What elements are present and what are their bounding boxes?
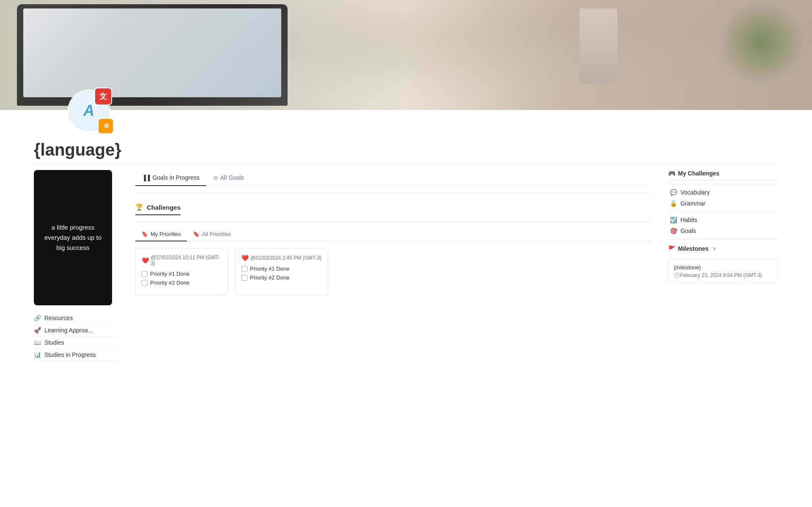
title-divider (34, 164, 778, 165)
tab-goals-in-progress-label: Goals in Progress (152, 174, 199, 181)
cup-decoration (579, 8, 617, 85)
milestones-header[interactable]: 🚩 Milestones ∨ (668, 242, 778, 255)
milestone-card[interactable]: {milestone} 🕐February 23, 2024 9:54 PM (… (668, 259, 778, 284)
habits-icon: ☑️ (670, 217, 677, 223)
heart-icon-1: ❤️ (142, 257, 149, 264)
sub-tab-all-priorities-label: All Priorities (202, 231, 231, 237)
grammar-label: Grammar (680, 200, 705, 207)
my-challenges-label: My Challenges (678, 170, 719, 177)
habits-label: Habits (680, 217, 697, 223)
link-icon-learning: 🚀 (34, 327, 41, 334)
quote-text: a little progress everyday adds up to bi… (42, 222, 104, 253)
left-links: 🔗 Resources 🚀 Learning Approa... 📖 Studi… (34, 312, 118, 361)
checkbox-label-1-2: Priority #2 Done (150, 280, 189, 286)
tab-icon-goals-in-progress: ▐▐ (142, 175, 150, 181)
checkbox-2-2[interactable] (241, 275, 247, 281)
challenges-icon: 🏆 (135, 203, 143, 211)
left-link-resources[interactable]: 🔗 Resources (34, 312, 118, 324)
main-tabs: ▐▐ Goals in Progress ⊙ All Goals (135, 170, 651, 186)
my-challenges-icon: 🎮 (668, 170, 675, 177)
link-icon-studies-progress: 📊 (34, 351, 41, 358)
right-link-habits[interactable]: ☑️ Habits (668, 214, 778, 225)
checkbox-item-2-2[interactable]: Priority #2 Done (241, 274, 322, 281)
tab-all-goals[interactable]: ⊙ All Goals (206, 170, 251, 186)
challenges-label: Challenges (147, 204, 181, 211)
milestones-icon: 🚩 (668, 245, 675, 252)
page-icon-wrapper: A 文 अ (68, 90, 110, 132)
right-divider-3 (668, 239, 778, 239)
page-title: {language} (34, 140, 778, 159)
sub-tab-all-priorities-icon: 🔖 (193, 231, 200, 237)
plant-decoration (719, 0, 804, 85)
sub-tab-my-priorities-label: My Priorities (151, 231, 181, 237)
right-divider-2 (668, 211, 778, 212)
quote-card: a little progress everyday adds up to bi… (34, 170, 112, 305)
left-link-studies-progress-label: Studies in Progress (44, 351, 96, 358)
sub-tab-all-priorities[interactable]: 🔖 All Priorities (187, 227, 237, 241)
right-link-goals[interactable]: 🎯 Goals (668, 225, 778, 236)
left-link-resources-label: Resources (44, 315, 73, 321)
checkbox-item-1-1[interactable]: Priority #1 Done (142, 271, 222, 277)
link-icon-resources: 🔗 (34, 315, 41, 321)
right-link-vocabulary[interactable]: 💬 Vocabulary (668, 187, 778, 198)
link-icon-studies: 📖 (34, 339, 41, 346)
challenges-divider (135, 222, 651, 222)
heart-icon-2: ❤️ (241, 255, 249, 261)
left-link-learning-label: Learning Approa... (44, 327, 93, 334)
card-date-2: ❤️ @01/03/2024 2:45 PM (GMT-3) (241, 255, 322, 261)
laptop-screen (23, 8, 281, 97)
sub-tab-my-priorities-icon: 🔖 (141, 231, 148, 237)
hero-banner (0, 0, 812, 110)
page-icon: A 文 अ (68, 90, 110, 132)
card-date-text-2: @01/03/2024 2:45 PM (GMT-3) (250, 255, 321, 261)
sub-tabs: 🔖 My Priorities 🔖 All Priorities (135, 227, 651, 241)
milestones-chevron-icon: ∨ (713, 246, 716, 252)
left-link-studies[interactable]: 📖 Studies (34, 337, 118, 349)
right-divider-1 (668, 184, 778, 184)
checkbox-2-1[interactable] (241, 266, 247, 272)
checkbox-item-1-2[interactable]: Priority #2 Done (142, 280, 222, 286)
left-link-studies-label: Studies (44, 339, 64, 346)
milestones-label: Milestones (678, 245, 708, 252)
tab-all-goals-label: All Goals (220, 174, 244, 181)
checkbox-label-1-1: Priority #1 Done (150, 271, 189, 277)
grammar-icon: 🔒 (670, 200, 677, 207)
vocabulary-label: Vocabulary (680, 189, 710, 196)
priority-card-2[interactable]: ❤️ @01/03/2024 2:45 PM (GMT-3) Priority … (235, 248, 328, 295)
checkbox-label-2-1: Priority #1 Done (250, 266, 289, 272)
milestone-date: 🕐February 23, 2024 9:54 PM (GMT-3) (674, 272, 773, 278)
sub-tab-my-priorities[interactable]: 🔖 My Priorities (135, 227, 187, 241)
left-sidebar: a little progress everyday adds up to bi… (34, 170, 118, 361)
right-link-grammar[interactable]: 🔒 Grammar (668, 198, 778, 209)
right-column: 🎮 My Challenges 💬 Vocabulary 🔒 Grammar ☑… (668, 170, 778, 361)
card-date-text-1: @27/02/2024 10:11 PM (GMT-3) (151, 255, 222, 266)
icon-badge-chinese: 文 (94, 88, 112, 105)
left-link-learning[interactable]: 🚀 Learning Approa... (34, 324, 118, 337)
center-column: ▐▐ Goals in Progress ⊙ All Goals 🏆 Chall… (135, 170, 651, 361)
milestone-title: {milestone} (674, 264, 773, 271)
checkbox-1-2[interactable] (142, 280, 148, 286)
tab-icon-all-goals: ⊙ (213, 175, 218, 181)
tabs-divider (135, 193, 651, 193)
challenges-section-heading: 🏆 Challenges (135, 198, 181, 215)
priority-card-1[interactable]: ❤️ @27/02/2024 10:11 PM (GMT-3) Priority… (135, 248, 228, 295)
laptop-decoration (17, 4, 288, 106)
card-date-1: ❤️ @27/02/2024 10:11 PM (GMT-3) (142, 255, 222, 266)
goals-label: Goals (680, 227, 696, 234)
checkbox-item-2-1[interactable]: Priority #1 Done (241, 266, 322, 272)
icon-badge-hindi: अ (98, 118, 114, 134)
priority-cards-container: ❤️ @27/02/2024 10:11 PM (GMT-3) Priority… (135, 248, 651, 295)
goals-icon: 🎯 (670, 227, 677, 234)
checkbox-1-1[interactable] (142, 271, 148, 277)
tab-goals-in-progress[interactable]: ▐▐ Goals in Progress (135, 170, 206, 186)
left-link-studies-progress[interactable]: 📊 Studies in Progress (34, 349, 118, 361)
my-challenges-heading: 🎮 My Challenges (668, 170, 778, 181)
checkbox-label-2-2: Priority #2 Done (250, 274, 289, 281)
vocabulary-icon: 💬 (670, 189, 677, 196)
